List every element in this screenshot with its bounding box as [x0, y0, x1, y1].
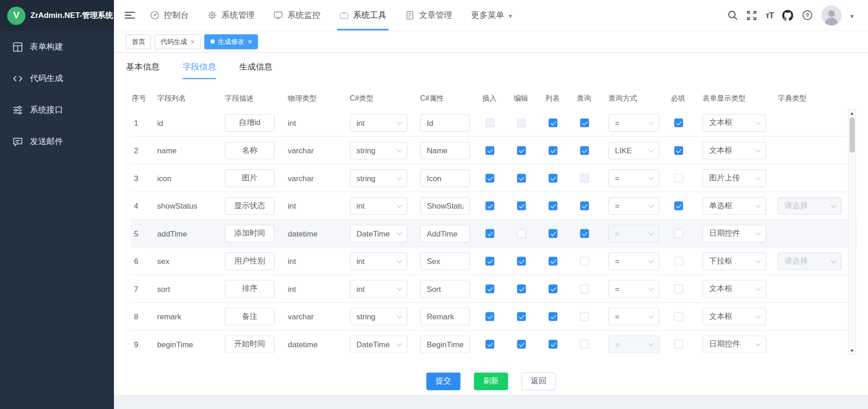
scroll-down-arrow-icon[interactable] — [849, 347, 856, 355]
list-checkbox[interactable] — [549, 229, 557, 238]
github-icon[interactable] — [782, 10, 793, 21]
field-desc-input[interactable] — [225, 114, 275, 132]
edit-checkbox[interactable] — [517, 340, 526, 349]
cs-prop-input[interactable] — [420, 141, 470, 159]
insert-checkbox[interactable] — [485, 285, 494, 293]
field-desc-input[interactable] — [225, 225, 275, 242]
query-mode-select[interactable]: = — [609, 169, 659, 187]
required-checkbox[interactable] — [674, 312, 683, 321]
field-desc-input[interactable] — [225, 252, 275, 270]
sidebar-item-send-mail[interactable]: 发送邮件 — [0, 126, 114, 157]
field-desc-input[interactable] — [225, 197, 275, 215]
edit-checkbox[interactable] — [517, 118, 526, 127]
cs-prop-input[interactable] — [420, 335, 470, 353]
list-checkbox[interactable] — [549, 340, 557, 349]
fullscreen-icon[interactable] — [747, 10, 757, 20]
edit-checkbox[interactable] — [517, 312, 526, 321]
query-checkbox[interactable] — [580, 257, 589, 266]
display-type-select[interactable]: 日期控件 — [702, 225, 766, 242]
display-type-select[interactable]: 文本框 — [702, 114, 766, 132]
scrollbar-thumb[interactable] — [849, 117, 854, 152]
tab-field-info[interactable]: 字段信息 — [183, 62, 216, 79]
edit-checkbox[interactable] — [517, 229, 526, 238]
user-avatar[interactable] — [822, 5, 842, 25]
insert-checkbox[interactable] — [485, 202, 494, 210]
required-checkbox[interactable] — [674, 229, 683, 238]
display-type-select[interactable]: 图片上传 — [702, 169, 766, 187]
display-type-select[interactable]: 文本框 — [702, 307, 766, 325]
font-size-icon[interactable]: тT — [766, 11, 774, 20]
required-checkbox[interactable] — [674, 146, 683, 155]
sidebar-item-form-builder[interactable]: 表单构建 — [0, 31, 114, 63]
nav-item-system-tools[interactable]: 系统工具 — [330, 0, 396, 31]
cs-type-select[interactable]: int — [350, 197, 408, 215]
insert-checkbox[interactable] — [485, 229, 494, 238]
sidebar-item-code-gen[interactable]: 代码生成 — [0, 63, 114, 94]
cs-type-select[interactable]: DateTime — [350, 335, 408, 353]
insert-checkbox[interactable] — [485, 118, 494, 127]
list-checkbox[interactable] — [549, 257, 557, 266]
nav-item-system-admin[interactable]: 系统管理 — [198, 0, 264, 31]
search-icon[interactable] — [728, 10, 738, 21]
required-checkbox[interactable] — [674, 174, 683, 183]
display-type-select[interactable]: 文本框 — [702, 141, 766, 159]
edit-checkbox[interactable] — [517, 146, 526, 155]
edit-checkbox[interactable] — [517, 285, 526, 293]
sidebar-collapse-icon[interactable] — [124, 11, 135, 20]
dict-type-select[interactable]: 请选择 — [778, 252, 841, 270]
cs-prop-input[interactable] — [420, 197, 470, 215]
insert-checkbox[interactable] — [485, 257, 494, 266]
query-mode-select[interactable]: = — [609, 335, 659, 353]
required-checkbox[interactable] — [674, 118, 683, 127]
cs-type-select[interactable]: string — [350, 307, 408, 325]
edit-checkbox[interactable] — [517, 174, 526, 183]
nav-item-system-monitor[interactable]: 系统监控 — [264, 0, 330, 31]
query-checkbox[interactable] — [580, 312, 589, 321]
tag-gen-edit[interactable]: 生成修改 — [204, 34, 258, 49]
query-checkbox[interactable] — [580, 202, 589, 210]
list-checkbox[interactable] — [549, 146, 557, 155]
query-mode-select[interactable]: LIKE — [609, 141, 659, 159]
cs-prop-input[interactable] — [420, 280, 470, 298]
display-type-select[interactable]: 日期控件 — [702, 335, 766, 353]
required-checkbox[interactable] — [674, 285, 683, 293]
back-button[interactable]: 返回 — [522, 372, 556, 390]
list-checkbox[interactable] — [549, 174, 557, 183]
insert-checkbox[interactable] — [485, 174, 494, 183]
query-checkbox[interactable] — [580, 174, 589, 183]
list-checkbox[interactable] — [549, 202, 557, 210]
cs-prop-input[interactable] — [420, 225, 470, 242]
query-mode-select[interactable]: = — [609, 114, 659, 132]
query-checkbox[interactable] — [580, 229, 589, 238]
query-mode-select[interactable]: = — [609, 225, 659, 242]
help-icon[interactable]: ? — [803, 10, 813, 21]
submit-button[interactable]: 提交 — [426, 372, 461, 390]
query-checkbox[interactable] — [580, 146, 589, 155]
sidebar-item-api[interactable]: 系统接口 — [0, 94, 114, 126]
query-mode-select[interactable]: = — [609, 252, 659, 270]
required-checkbox[interactable] — [674, 202, 683, 210]
field-desc-input[interactable] — [225, 169, 275, 187]
query-mode-select[interactable]: = — [609, 197, 659, 215]
close-icon[interactable] — [248, 38, 252, 45]
cs-type-select[interactable]: string — [350, 141, 408, 159]
field-desc-input[interactable] — [225, 335, 275, 353]
insert-checkbox[interactable] — [485, 340, 494, 349]
cs-type-select[interactable]: string — [350, 169, 408, 187]
dict-type-select[interactable]: 请选择 — [778, 197, 841, 215]
cs-prop-input[interactable] — [420, 114, 470, 132]
list-checkbox[interactable] — [549, 118, 557, 127]
list-checkbox[interactable] — [549, 312, 557, 321]
nav-item-article-admin[interactable]: 文章管理 — [396, 0, 462, 31]
cs-type-select[interactable]: int — [350, 114, 408, 132]
field-desc-input[interactable] — [225, 307, 275, 325]
required-checkbox[interactable] — [674, 257, 683, 266]
close-icon[interactable] — [190, 38, 194, 45]
tag-code-gen[interactable]: 代码生成 — [155, 34, 201, 49]
edit-checkbox[interactable] — [517, 202, 526, 210]
list-checkbox[interactable] — [549, 285, 557, 293]
field-desc-input[interactable] — [225, 280, 275, 298]
field-desc-input[interactable] — [225, 141, 275, 159]
vertical-scrollbar[interactable] — [848, 109, 856, 355]
display-type-select[interactable]: 文本框 — [702, 280, 766, 298]
